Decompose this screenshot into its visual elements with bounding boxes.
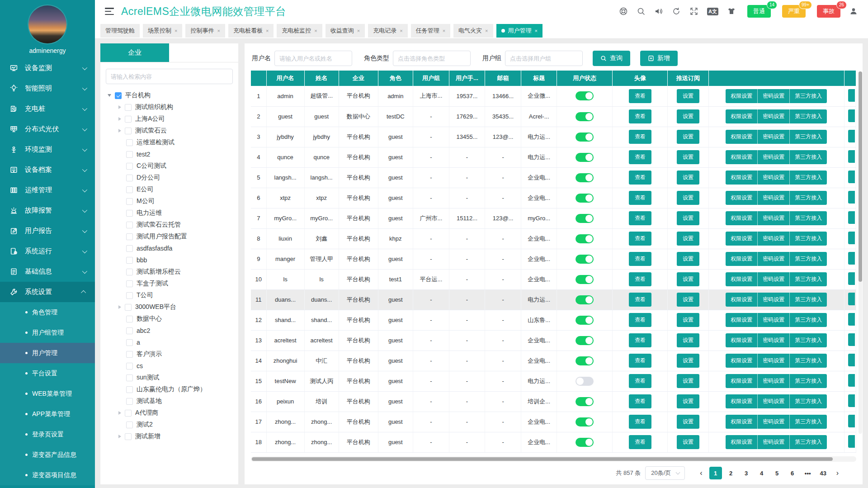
clipped-action-button[interactable] <box>848 333 855 346</box>
permission-settings-button[interactable]: 权限设置 <box>726 394 758 408</box>
push-subscribe-button[interactable]: 设置 <box>677 150 699 164</box>
query-button[interactable]: 查询 <box>593 51 630 66</box>
page-button-5[interactable]: 5 <box>771 467 783 479</box>
third-party-access-button[interactable]: 第三方接入 <box>790 211 827 225</box>
table-row[interactable]: 4quncequnce平台机构guest---电力运...查看设置权限设置密码设… <box>251 147 856 167</box>
sidebar-item-4[interactable]: 环境监测 <box>0 139 95 160</box>
submenu-item-5[interactable]: APP菜单管理 <box>0 404 95 424</box>
clipped-action-button[interactable] <box>848 130 855 142</box>
tree-item-2[interactable]: 测试萤石云 <box>108 125 236 137</box>
push-subscribe-button[interactable]: 设置 <box>677 252 699 266</box>
tree-item-18[interactable]: 数据中心 <box>108 313 236 325</box>
password-settings-button[interactable]: 密码设置 <box>758 415 790 429</box>
third-party-access-button[interactable]: 第三方接入 <box>790 394 827 408</box>
third-party-access-button[interactable]: 第三方接入 <box>790 252 827 266</box>
username-filter-input[interactable] <box>274 51 352 66</box>
clipped-action-button[interactable] <box>848 150 855 163</box>
permission-settings-button[interactable]: 权限设置 <box>726 435 758 449</box>
permission-settings-button[interactable]: 权限设置 <box>726 374 758 388</box>
sidebar-item-9[interactable]: 系统运行 <box>0 241 95 261</box>
permission-settings-button[interactable]: 权限设置 <box>726 89 758 103</box>
tree-item-14[interactable]: 测试新增乐橙云 <box>108 266 236 278</box>
third-party-access-button[interactable]: 第三方接入 <box>790 150 827 164</box>
user-status-toggle[interactable] <box>576 438 594 447</box>
tree-item-17[interactable]: 3000WEB平台 <box>108 301 236 313</box>
push-subscribe-button[interactable]: 设置 <box>677 354 699 368</box>
sidebar-item-6[interactable]: 运维管理 <box>0 180 95 200</box>
clipped-action-button[interactable] <box>848 191 855 204</box>
checkbox-unchecked[interactable] <box>126 280 133 287</box>
permission-settings-button[interactable]: 权限设置 <box>726 272 758 286</box>
user-status-toggle[interactable] <box>576 153 594 162</box>
user-status-toggle[interactable] <box>576 91 594 100</box>
view-avatar-button[interactable]: 查看 <box>629 435 651 449</box>
tab-4[interactable]: 充电桩监控× <box>277 24 322 38</box>
tree-item-3[interactable]: 运维巡检测试 <box>108 137 236 148</box>
clipped-action-button[interactable] <box>848 435 855 448</box>
push-subscribe-button[interactable]: 设置 <box>677 313 699 327</box>
push-subscribe-button[interactable]: 设置 <box>677 232 699 246</box>
password-settings-button[interactable]: 密码设置 <box>758 211 790 225</box>
permission-settings-button[interactable]: 权限设置 <box>726 171 758 185</box>
tree-item-24[interactable]: 山东赢伦电力（原广烨） <box>108 384 236 395</box>
tree-item-23[interactable]: sun测试 <box>108 372 236 384</box>
third-party-access-button[interactable]: 第三方接入 <box>790 293 827 307</box>
tree-item-21[interactable]: 客户演示 <box>108 348 236 360</box>
table-row[interactable]: 10lsls平台机构test1平台运...--企业电...查看设置权限设置密码设… <box>251 269 856 289</box>
sidebar-item-3[interactable]: 分布式光伏 <box>0 119 95 139</box>
view-avatar-button[interactable]: 查看 <box>629 150 651 164</box>
tab-3[interactable]: 充电桩看板× <box>228 24 274 38</box>
sidebar-item-0[interactable]: 设备监测 <box>0 58 95 78</box>
view-avatar-button[interactable]: 查看 <box>629 415 651 429</box>
expand-arrow-icon[interactable] <box>118 129 121 133</box>
clipped-action-button[interactable] <box>848 171 855 183</box>
checkbox-checked[interactable] <box>115 92 122 99</box>
checkbox-unchecked[interactable] <box>126 316 133 322</box>
third-party-access-button[interactable]: 第三方接入 <box>790 415 827 429</box>
close-icon[interactable]: × <box>443 28 445 33</box>
tree-item-8[interactable]: M公司 <box>108 195 236 207</box>
permission-settings-button[interactable]: 权限设置 <box>726 252 758 266</box>
alarm-pill-1[interactable]: 严重99+ <box>782 5 806 18</box>
tab-7[interactable]: 任务管理× <box>411 24 450 38</box>
checkbox-unchecked[interactable] <box>125 116 132 123</box>
push-subscribe-button[interactable]: 设置 <box>677 171 699 185</box>
search-icon[interactable] <box>637 7 646 16</box>
view-avatar-button[interactable]: 查看 <box>629 171 651 185</box>
sidebar-item-7[interactable]: 故障报警 <box>0 200 95 221</box>
user-icon[interactable] <box>849 7 858 16</box>
password-settings-button[interactable]: 密码设置 <box>758 313 790 327</box>
clipped-action-button[interactable] <box>848 394 855 407</box>
checkbox-unchecked[interactable] <box>126 151 133 158</box>
third-party-access-button[interactable]: 第三方接入 <box>790 354 827 368</box>
tree-item-0[interactable]: 测试组织机构 <box>108 101 236 113</box>
page-button-4[interactable]: 4 <box>755 467 768 479</box>
checkbox-unchecked[interactable] <box>126 186 133 193</box>
vertical-scrollbar[interactable] <box>859 71 862 434</box>
tab-6[interactable]: 充电记录× <box>368 24 407 38</box>
submenu-item-6[interactable]: 登录页设置 <box>0 424 95 445</box>
password-settings-button[interactable]: 密码设置 <box>758 374 790 388</box>
view-avatar-button[interactable]: 查看 <box>629 333 651 347</box>
permission-settings-button[interactable]: 权限设置 <box>726 191 758 205</box>
theme-icon[interactable] <box>727 7 736 16</box>
clipped-action-button[interactable] <box>848 272 855 285</box>
page-button-43[interactable]: 43 <box>817 467 830 479</box>
checkbox-unchecked[interactable] <box>126 339 133 346</box>
view-avatar-button[interactable]: 查看 <box>629 252 651 266</box>
menu-collapse-icon[interactable] <box>105 8 114 15</box>
push-subscribe-button[interactable]: 设置 <box>677 272 699 286</box>
clipped-action-button[interactable] <box>848 313 855 326</box>
close-icon[interactable]: × <box>175 28 177 33</box>
view-avatar-button[interactable]: 查看 <box>629 211 651 225</box>
checkbox-unchecked[interactable] <box>125 304 132 311</box>
add-button[interactable]: 新增 <box>640 51 678 66</box>
volume-icon[interactable] <box>654 7 663 16</box>
close-icon[interactable]: × <box>217 28 220 33</box>
tree-item-4[interactable]: test2 <box>108 148 236 160</box>
checkbox-unchecked[interactable] <box>126 269 133 275</box>
table-row[interactable]: 1admin超级管...平台机构admin上海市...19537...13466… <box>251 86 856 106</box>
view-avatar-button[interactable]: 查看 <box>629 272 651 286</box>
checkbox-unchecked[interactable] <box>126 163 133 170</box>
table-row[interactable]: 12shand...shand...平台机构guest---山东鲁...查看设置… <box>251 310 856 330</box>
